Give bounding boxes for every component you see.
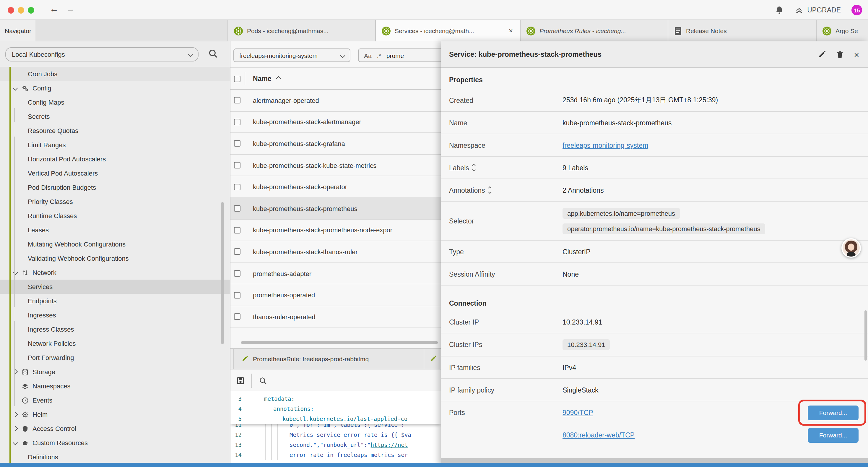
table-row[interactable]: prometheus-adapter xyxy=(230,263,441,285)
back-arrow-icon[interactable]: ← xyxy=(50,4,59,13)
sidebar-item-cron-jobs[interactable]: Cron Jobs xyxy=(0,67,230,81)
sidebar-item-ingresses[interactable]: Ingresses xyxy=(0,308,230,322)
window-tab-5[interactable]: Argo Se xyxy=(816,20,868,41)
table-row[interactable]: alertmanager-operated xyxy=(230,90,441,111)
editor-tab-1[interactable]: PrometheusRule: freeleaps-prod-rabbitmq xyxy=(234,349,424,369)
sidebar-item-label: Services xyxy=(28,283,53,290)
notification-count-badge[interactable]: 15 xyxy=(851,5,862,16)
maximize-window-button[interactable] xyxy=(28,7,34,13)
sidebar-item-definitions[interactable]: Definitions xyxy=(0,450,230,464)
window-tab-1[interactable]: Pods - icecheng@mathmas... xyxy=(227,20,376,41)
sidebar-item-horizontal-pod-autoscalers[interactable]: Horizontal Pod Autoscalers xyxy=(0,152,230,166)
property-value-link[interactable]: freeleaps-monitoring-system xyxy=(562,142,648,149)
sidebar-item-label: Helm xyxy=(32,411,48,418)
sidebar-item-custom-resources[interactable]: Custom Resources xyxy=(0,436,230,450)
table-row[interactable]: kube-prometheus-stack-grafana xyxy=(230,133,441,154)
sidebar-item-endpoints[interactable]: Endpoints xyxy=(0,294,230,308)
table-row[interactable]: prometheus-operated xyxy=(230,285,441,306)
forward-button[interactable]: Forward... xyxy=(808,428,859,442)
sidebar-item-mutating-webhook-configurations[interactable]: Mutating Webhook Configurations xyxy=(0,237,230,251)
sidebar-item-secrets[interactable]: Secrets xyxy=(0,109,230,123)
sidebar-item-vertical-pod-autoscalers[interactable]: Vertical Pod Autoscalers xyxy=(0,166,230,180)
sidebar-item-priority-classes[interactable]: Priority Classes xyxy=(0,195,230,209)
value-chip: operator.prometheus.io/name=kube-prometh… xyxy=(562,223,765,234)
table-row[interactable]: kube-prometheus-stack-thanos-ruler xyxy=(230,241,441,263)
sidebar-item-port-forwarding[interactable]: Port Forwarding xyxy=(0,351,230,365)
table-row[interactable]: kube-prometheus-stack-prometheus xyxy=(230,198,441,220)
window-tab-2[interactable]: Services - icecheng@math...× xyxy=(376,20,521,41)
sidebar-item-ingress-classes[interactable]: Ingress Classes xyxy=(0,322,230,337)
sidebar-item-validating-webhook-configurations[interactable]: Validating Webhook Configurations xyxy=(0,251,230,265)
edit-pencil-icon[interactable] xyxy=(817,50,826,59)
port-link[interactable]: 9090/TCP xyxy=(562,409,593,416)
row-checkbox[interactable] xyxy=(234,97,241,104)
close-window-button[interactable] xyxy=(8,7,14,13)
resource-search-input[interactable]: Aa .* prome xyxy=(358,49,441,62)
sidebar-item-storage[interactable]: Storage xyxy=(0,365,230,379)
forward-button[interactable]: Forward... xyxy=(808,405,859,420)
property-value: None xyxy=(562,270,579,278)
details-horizontal-scrollbar-track[interactable] xyxy=(441,458,868,463)
row-checkbox[interactable] xyxy=(234,140,241,147)
sidebar-item-services[interactable]: Services xyxy=(0,280,230,294)
sidebar-item-helm[interactable]: Helm xyxy=(0,407,230,421)
sidebar-item-namespaces[interactable]: Namespaces xyxy=(0,379,230,393)
sort-updown-icon[interactable] xyxy=(473,164,475,171)
property-label: Name xyxy=(441,119,562,126)
sidebar-item-config-maps[interactable]: Config Maps xyxy=(0,95,230,109)
window-tab-4[interactable]: Release Notes xyxy=(668,20,816,41)
save-icon[interactable] xyxy=(236,376,245,385)
editor-search-icon[interactable] xyxy=(259,377,267,385)
sidebar-item-resource-quotas[interactable]: Resource Quotas xyxy=(0,123,230,138)
table-row[interactable]: kube-prometheus-stack-prometheus-node-ex… xyxy=(230,220,441,241)
editor-tab-2[interactable] xyxy=(424,349,440,369)
user-avatar[interactable] xyxy=(841,238,861,258)
sidebar-scrollbar[interactable] xyxy=(221,202,224,344)
sidebar-item-pod-disruption-budgets[interactable]: Pod Disruption Budgets xyxy=(0,180,230,195)
column-header-name[interactable]: Name xyxy=(253,75,272,82)
window-tab-3[interactable]: Prometheus Rules - icecheng... xyxy=(521,20,668,41)
regex-icon[interactable]: .* xyxy=(377,52,381,59)
table-horizontal-scrollbar[interactable] xyxy=(241,341,438,344)
editor-tab-label: PrometheusRule: freeleaps-prod-rabbitmq xyxy=(253,355,369,362)
sidebar-item-runtime-classes[interactable]: Runtime Classes xyxy=(0,209,230,223)
bell-icon[interactable] xyxy=(775,5,784,15)
sidebar-search-icon[interactable] xyxy=(208,49,218,59)
sidebar-item-network[interactable]: Network xyxy=(0,265,230,280)
close-icon[interactable]: × xyxy=(854,49,859,59)
close-tab-icon[interactable]: × xyxy=(507,27,514,35)
row-checkbox[interactable] xyxy=(234,270,241,276)
upgrade-button[interactable]: UPGRADE xyxy=(795,6,841,14)
port-link[interactable]: 8080:reloader-web/TCP xyxy=(562,432,634,439)
row-checkbox[interactable] xyxy=(234,119,241,125)
row-checkbox[interactable] xyxy=(234,313,241,320)
row-checkbox[interactable] xyxy=(234,205,241,212)
kubeconfig-selector[interactable]: Local Kubeconfigs xyxy=(5,47,198,61)
delete-trash-icon[interactable] xyxy=(836,50,844,59)
row-checkbox[interactable] xyxy=(234,292,241,298)
row-checkbox[interactable] xyxy=(234,249,241,255)
navigator-panel-tab[interactable]: Navigator xyxy=(0,20,35,41)
forward-arrow-icon[interactable]: → xyxy=(66,4,75,13)
sidebar-item-network-policies[interactable]: Network Policies xyxy=(0,337,230,351)
table-row[interactable]: kube-prometheus-stack-kube-state-metrics xyxy=(230,155,441,176)
yaml-editor[interactable]: 3metadata:4annotations:5kubectl.kubernet… xyxy=(230,391,441,467)
sort-updown-icon[interactable] xyxy=(489,187,491,193)
sidebar-item-leases[interactable]: Leases xyxy=(0,223,230,237)
table-row[interactable]: thanos-ruler-operated xyxy=(230,306,441,328)
sidebar-item-config[interactable]: Config xyxy=(0,81,230,95)
sidebar-item-events[interactable]: Events xyxy=(0,393,230,407)
minimize-window-button[interactable] xyxy=(18,7,24,13)
sort-ascending-icon[interactable] xyxy=(276,76,281,81)
match-case-icon[interactable]: Aa xyxy=(364,52,372,59)
row-checkbox[interactable] xyxy=(234,162,241,169)
table-row[interactable]: kube-prometheus-stack-alertmanager xyxy=(230,111,441,133)
sidebar-item-limit-ranges[interactable]: Limit Ranges xyxy=(0,138,230,152)
select-all-checkbox[interactable] xyxy=(234,76,241,82)
namespace-filter[interactable]: freeleaps-monitoring-system xyxy=(234,49,350,62)
sidebar-item-access-control[interactable]: Access Control xyxy=(0,421,230,436)
row-checkbox[interactable] xyxy=(234,227,241,233)
details-scrollbar[interactable] xyxy=(864,310,867,360)
row-checkbox[interactable] xyxy=(234,183,241,190)
table-row[interactable]: kube-prometheus-stack-operator xyxy=(230,176,441,198)
